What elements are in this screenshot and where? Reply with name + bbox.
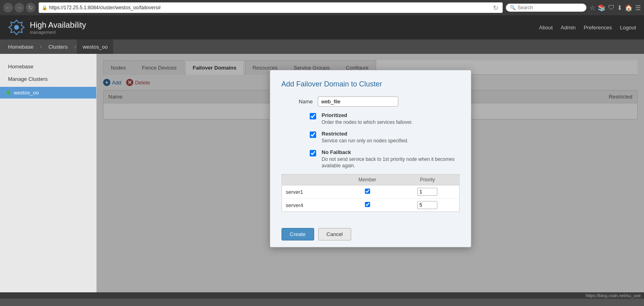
no-failback-checkbox[interactable] [310,150,316,156]
member-server1-checkbox-cell [339,185,396,199]
preferences-link[interactable]: Preferences [584,25,612,31]
breadcrumb-bar: Homebase › Clusters › westos_oo [0,39,644,54]
reload-icon[interactable]: ↻ [491,4,499,12]
sidebar-cluster-westos-oo[interactable]: westos_oo [0,87,96,99]
status-bar: https://blog.csdn.net/su_use [0,292,644,299]
browser-nav-buttons: ← → ↻ [3,3,35,12]
prioritized-row: Prioritized Order the nodes to which ser… [282,112,460,126]
member-server4-checkbox[interactable] [365,202,370,207]
app-logo: High Availability management [8,19,86,36]
prioritized-label: Prioritized [322,112,460,118]
ha-logo-icon [8,19,25,36]
name-input[interactable] [318,97,398,107]
member-row-server4: server4 [282,199,459,212]
admin-link[interactable]: Admin [561,25,576,31]
logout-link[interactable]: Logout [620,25,636,31]
restricted-row: Restricted Service can run only on nodes… [282,131,460,144]
sidebar-item-manage-clusters[interactable]: Manage Clusters [0,73,96,85]
lock-icon: 🔒 [42,5,48,10]
url-input[interactable] [49,5,490,10]
modal-body: Add Failover Domain to Cluster Name Prio… [270,70,471,222]
browser-chrome: ← → ↻ 🔒 ↻ 🔍 ☆ 📚 🛡 ⬇ 🏠 ☰ [0,0,644,15]
browser-actions: ☆ 📚 🛡 ⬇ 🏠 ☰ [590,4,641,12]
members-col-priority: Priority [396,175,459,185]
add-failover-modal: Add Failover Domain to Cluster Name Prio… [270,70,471,247]
breadcrumb-arrow-2: › [74,43,76,50]
menu-icon[interactable]: ☰ [635,4,641,12]
cluster-status-dot [6,91,10,95]
svg-point-1 [14,25,19,30]
breadcrumb-cluster-name[interactable]: westos_oo [77,39,113,54]
sidebar-item-homebase[interactable]: Homebase [0,60,96,73]
breadcrumb-arrow-1: › [40,43,42,50]
refresh-button[interactable]: ↻ [26,3,35,12]
cluster-name-label: westos_oo [14,90,39,96]
sidebar: Homebase Manage Clusters westos_oo [0,54,97,292]
resize-handle[interactable]: ↘ [638,286,642,291]
prioritized-checkbox[interactable] [310,113,316,119]
member-server4-checkbox-cell [339,199,396,212]
forward-button[interactable]: → [14,3,24,12]
restricted-info: Restricted Service can run only on nodes… [322,131,460,144]
breadcrumb-clusters[interactable]: Clusters [43,39,73,54]
search-input[interactable] [518,5,578,10]
download-icon[interactable]: ⬇ [617,4,622,12]
app-subtitle: management [30,30,86,35]
back-button[interactable]: ← [3,3,13,12]
member-server4-priority-cell [396,199,459,212]
app-title: High Availability [30,21,86,30]
restricted-desc: Service can run only on nodes specified. [322,138,460,144]
address-bar[interactable]: 🔒 ↻ [39,2,503,13]
logo-text: High Availability management [30,21,86,35]
members-table-body: server1 server4 [282,185,459,212]
bookmarks-icon[interactable]: 📚 [598,4,606,12]
search-bar[interactable]: 🔍 [506,4,586,12]
app-nav-links: About Admin Preferences Logout [539,25,636,31]
modal-overlay: Add Failover Domain to Cluster Name Prio… [97,54,644,292]
breadcrumb-homebase[interactable]: Homebase [8,39,39,54]
member-server1-priority-input[interactable] [417,188,437,196]
search-icon: 🔍 [510,5,516,10]
home-icon[interactable]: 🏠 [625,4,633,12]
create-button[interactable]: Create [282,228,314,240]
no-failback-label: No Failback [322,149,460,155]
member-server1-name: server1 [282,185,339,199]
main-layout: Homebase Manage Clusters westos_oo Nodes… [0,54,644,292]
restricted-checkbox[interactable] [310,131,316,138]
member-server1-priority-cell [396,185,459,199]
app-header: High Availability management About Admin… [0,15,644,39]
cancel-button[interactable]: Cancel [318,228,351,240]
no-failback-row: No Failback Do not send service back to … [282,149,460,170]
member-server4-priority-input[interactable] [417,201,437,209]
members-col-member: Member [339,175,396,185]
status-url-hint: https://blog.csdn.net/su_use [586,293,641,298]
about-link[interactable]: About [539,25,553,31]
no-failback-info: No Failback Do not send service back to … [322,149,460,170]
members-col-server [282,175,339,185]
member-server1-checkbox[interactable] [365,189,370,194]
no-failback-desc: Do not send service back to 1st priority… [322,156,460,170]
modal-footer: Create Cancel [270,222,471,247]
member-row-server1: server1 [282,185,459,199]
bookmark-star-icon[interactable]: ☆ [590,4,595,12]
modal-title: Add Failover Domain to Cluster [282,80,460,88]
content-area: Nodes Fence Devices Failover Domains Res… [97,54,644,292]
members-table: Member Priority server1 [282,174,460,212]
prioritized-desc: Order the nodes to which services failov… [322,119,460,126]
member-server4-name: server4 [282,199,339,212]
shield-icon[interactable]: 🛡 [608,4,615,11]
prioritized-info: Prioritized Order the nodes to which ser… [322,112,460,126]
name-label: Name [282,99,318,105]
restricted-label: Restricted [322,131,460,137]
name-form-row: Name [282,97,460,107]
